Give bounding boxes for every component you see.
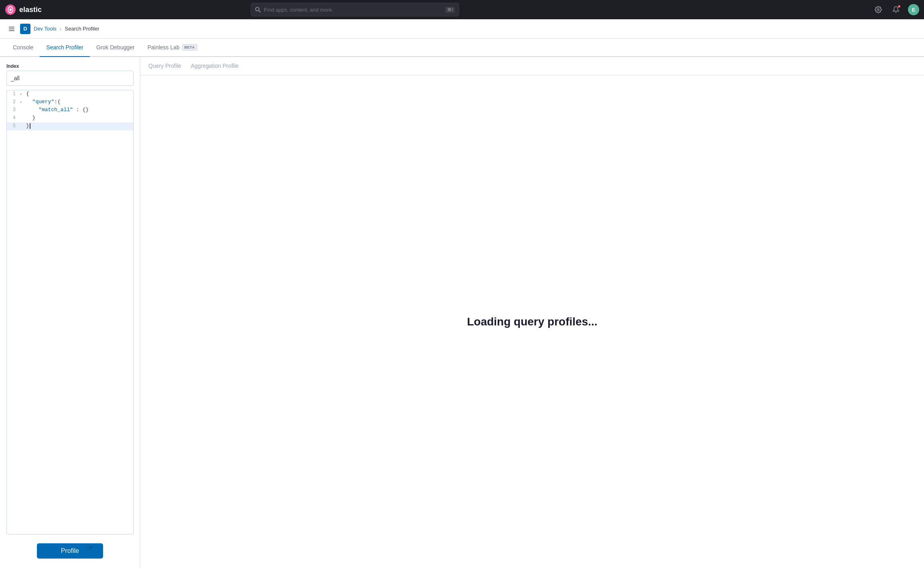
code-line-1: 1 ▾ { bbox=[7, 90, 133, 98]
line-num-1: 1 bbox=[7, 91, 20, 97]
line-code-4: } bbox=[25, 115, 133, 121]
line-code-5: } bbox=[25, 123, 133, 129]
line-arrow-2: ▾ bbox=[20, 99, 25, 105]
beta-badge: BETA bbox=[182, 44, 197, 51]
tab-search-profiler[interactable]: Search Profiler bbox=[40, 39, 90, 57]
tab-console[interactable]: Console bbox=[6, 39, 40, 57]
code-line-4: 4 } bbox=[7, 114, 133, 122]
tabs-bar: Console Search Profiler Grok Debugger Pa… bbox=[0, 39, 924, 57]
code-editor[interactable]: 1 ▾ { 2 ▾ "query":{ 3 "match_all" : {} 4… bbox=[6, 90, 134, 534]
main-content: Index 1 ▾ { 2 ▾ "query":{ 3 "match_all" … bbox=[0, 57, 924, 568]
user-avatar-button[interactable]: E bbox=[908, 4, 919, 15]
line-num-5: 5 bbox=[7, 123, 20, 129]
notification-badge bbox=[898, 5, 901, 8]
line-code-2: "query":{ bbox=[25, 99, 133, 105]
search-icon bbox=[255, 7, 261, 12]
code-line-3: 3 "match_all" : {} bbox=[7, 106, 133, 114]
svg-point-3 bbox=[9, 8, 12, 11]
hamburger-menu-button[interactable] bbox=[6, 24, 17, 34]
tab-grok-debugger[interactable]: Grok Debugger bbox=[90, 39, 141, 57]
svg-line-5 bbox=[259, 10, 261, 12]
breadcrumb-d-badge: D bbox=[20, 24, 30, 34]
right-panel: Query Profile Aggregation Profile Loadin… bbox=[140, 57, 924, 568]
loading-text: Loading query profiles... bbox=[467, 315, 597, 328]
breadcrumb-bar: D Dev Tools › Search Profiler bbox=[0, 19, 924, 39]
index-input[interactable] bbox=[6, 71, 134, 86]
left-panel: Index 1 ▾ { 2 ▾ "query":{ 3 "match_all" … bbox=[0, 57, 140, 568]
search-shortcut: ⌘/ bbox=[445, 7, 455, 13]
line-code-3: "match_all" : {} bbox=[25, 107, 133, 113]
breadcrumb-current: Search Profiler bbox=[65, 26, 99, 32]
profile-button-container: Profile ☞ bbox=[6, 539, 134, 562]
index-label: Index bbox=[6, 63, 134, 69]
code-line-5: 5 } bbox=[7, 122, 133, 130]
line-num-4: 4 bbox=[7, 115, 20, 121]
top-nav: elastic ⌘/ E bbox=[0, 0, 924, 19]
tab-query-profile[interactable]: Query Profile bbox=[148, 57, 181, 75]
hamburger-icon bbox=[8, 25, 15, 33]
breadcrumb-dev-tools-link[interactable]: Dev Tools bbox=[34, 26, 57, 32]
notifications-button[interactable] bbox=[890, 4, 902, 15]
breadcrumb-separator: › bbox=[60, 26, 62, 32]
settings-button[interactable] bbox=[873, 4, 884, 15]
line-arrow-1: ▾ bbox=[20, 91, 25, 97]
profile-button[interactable]: Profile bbox=[37, 543, 103, 559]
line-arrow-3 bbox=[20, 107, 25, 108]
global-search-bar[interactable]: ⌘/ bbox=[251, 3, 459, 16]
code-line-2: 2 ▾ "query":{ bbox=[7, 98, 133, 106]
line-arrow-4 bbox=[20, 115, 25, 116]
line-num-2: 2 bbox=[7, 99, 20, 105]
svg-point-6 bbox=[877, 9, 879, 11]
elastic-logo-icon bbox=[5, 4, 16, 15]
elastic-logo-text: elastic bbox=[19, 6, 42, 14]
tab-painless-lab[interactable]: Painless Lab BETA bbox=[141, 39, 204, 57]
global-search-input[interactable] bbox=[264, 7, 442, 13]
line-num-3: 3 bbox=[7, 107, 20, 113]
gear-icon bbox=[875, 6, 882, 13]
elastic-logo: elastic bbox=[5, 4, 42, 15]
loading-area: Loading query profiles... bbox=[140, 75, 924, 568]
profile-button-wrapper: Profile ☞ bbox=[37, 543, 103, 559]
profile-tabs: Query Profile Aggregation Profile bbox=[140, 57, 924, 75]
line-arrow-5 bbox=[20, 123, 25, 124]
line-code-1: { bbox=[25, 91, 133, 97]
tab-aggregation-profile[interactable]: Aggregation Profile bbox=[191, 57, 239, 75]
tab-painless-lab-label: Painless Lab bbox=[148, 44, 180, 51]
nav-icons: E bbox=[873, 4, 919, 15]
index-section: Index bbox=[6, 63, 134, 86]
